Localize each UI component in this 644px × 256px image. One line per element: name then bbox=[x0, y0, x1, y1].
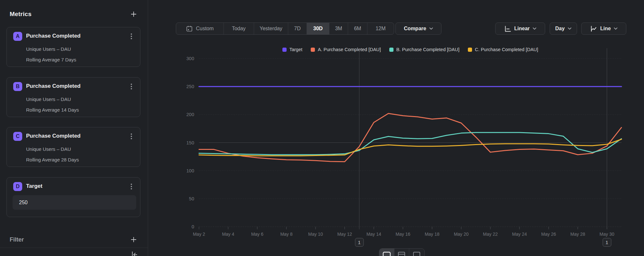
metric-badge: D bbox=[13, 182, 22, 191]
metric-transform: Rolling Average 7 Days bbox=[26, 57, 76, 62]
add-metric-button[interactable] bbox=[129, 10, 138, 19]
y-axis-label: 50 bbox=[189, 196, 194, 201]
metric-menu-button[interactable] bbox=[127, 82, 136, 91]
metric-transform: Rolling Average 14 Days bbox=[26, 107, 79, 113]
chart-svg[interactable]: 050100150200250300May 2May 4May 6May 8Ma… bbox=[148, 0, 644, 256]
metric-title: Purchase Completed bbox=[26, 83, 80, 89]
metric-card-a[interactable]: A Purchase Completed Unique Users – DAU … bbox=[6, 27, 140, 67]
x-axis-label: May 6 bbox=[251, 232, 263, 237]
metric-badge: A bbox=[13, 32, 22, 41]
metric-menu-button[interactable] bbox=[127, 182, 136, 191]
x-axis-label: May 14 bbox=[366, 232, 381, 237]
target-value-input[interactable] bbox=[13, 195, 136, 210]
sidebar-divider bbox=[0, 248, 148, 248]
metric-menu-button[interactable] bbox=[127, 32, 136, 41]
x-axis-label: May 20 bbox=[454, 232, 469, 237]
collapse-sidebar-icon bbox=[130, 251, 138, 256]
y-axis-label: 150 bbox=[186, 140, 194, 145]
kebab-menu-icon bbox=[131, 133, 132, 135]
y-axis-label: 100 bbox=[186, 168, 194, 173]
metric-title: Purchase Completed bbox=[26, 33, 80, 39]
metric-card-c[interactable]: C Purchase Completed Unique Users – DAU … bbox=[6, 127, 140, 167]
metric-badge: B bbox=[13, 82, 22, 91]
add-filter-button[interactable] bbox=[129, 235, 138, 244]
metrics-sidebar: Metrics A Purchase Completed Unique User… bbox=[0, 0, 148, 256]
table-view-button[interactable] bbox=[394, 249, 410, 256]
card-view-icon bbox=[413, 251, 421, 256]
x-axis-label: May 8 bbox=[280, 232, 292, 237]
metric-measure: Unique Users – DAU bbox=[26, 146, 71, 152]
x-axis-label: May 4 bbox=[222, 232, 234, 237]
y-axis-label: 250 bbox=[186, 84, 194, 89]
kebab-menu-icon bbox=[131, 84, 132, 85]
x-axis-label: May 2 bbox=[193, 232, 205, 237]
x-axis-label: May 30 bbox=[600, 232, 614, 237]
x-axis-label: May 16 bbox=[395, 232, 410, 237]
annotation-badge[interactable]: 1 bbox=[355, 238, 364, 247]
x-axis-label: May 22 bbox=[483, 232, 498, 237]
filter-label: Filter bbox=[10, 236, 24, 243]
metric-badge: C bbox=[13, 132, 22, 141]
metric-measure: Unique Users – DAU bbox=[26, 96, 71, 102]
metric-card-b[interactable]: B Purchase Completed Unique Users – DAU … bbox=[6, 77, 140, 117]
x-axis-label: May 18 bbox=[425, 232, 440, 237]
y-axis-label: 0 bbox=[192, 224, 194, 229]
y-axis-label: 300 bbox=[186, 56, 194, 61]
sidebar-header: Metrics bbox=[10, 10, 138, 19]
annotation-badge[interactable]: 1 bbox=[602, 238, 611, 247]
x-axis-label: May 10 bbox=[308, 232, 323, 237]
x-axis-label: May 28 bbox=[570, 232, 585, 237]
y-axis-label: 200 bbox=[186, 112, 194, 117]
series-line-B. Purchase Completed [DAU] bbox=[199, 133, 621, 155]
metric-measure: Unique Users – DAU bbox=[26, 46, 71, 52]
x-axis-label: May 24 bbox=[512, 232, 527, 237]
metric-menu-button[interactable] bbox=[127, 132, 136, 141]
metric-title: Target bbox=[26, 183, 43, 189]
view-switcher bbox=[379, 248, 425, 256]
series-line-C. Purchase Completed [DAU] bbox=[199, 139, 621, 156]
metric-transform: Rolling Average 28 Days bbox=[26, 157, 79, 162]
filter-section: Filter bbox=[10, 235, 138, 244]
plus-icon bbox=[130, 236, 137, 243]
card-view-button[interactable] bbox=[409, 249, 424, 256]
metric-title: Purchase Completed bbox=[26, 133, 80, 139]
kebab-menu-icon bbox=[131, 184, 132, 185]
sidebar-title: Metrics bbox=[10, 11, 32, 18]
chart-view-icon bbox=[383, 251, 391, 256]
kebab-menu-icon bbox=[131, 33, 132, 35]
chart-view-button[interactable] bbox=[379, 249, 394, 256]
metric-card-target[interactable]: D Target bbox=[6, 177, 140, 217]
collapse-sidebar-button[interactable] bbox=[130, 251, 138, 256]
table-view-icon bbox=[398, 251, 405, 256]
plus-icon bbox=[130, 11, 137, 18]
x-axis-label: May 26 bbox=[541, 232, 556, 237]
x-axis-label: May 12 bbox=[337, 232, 352, 237]
